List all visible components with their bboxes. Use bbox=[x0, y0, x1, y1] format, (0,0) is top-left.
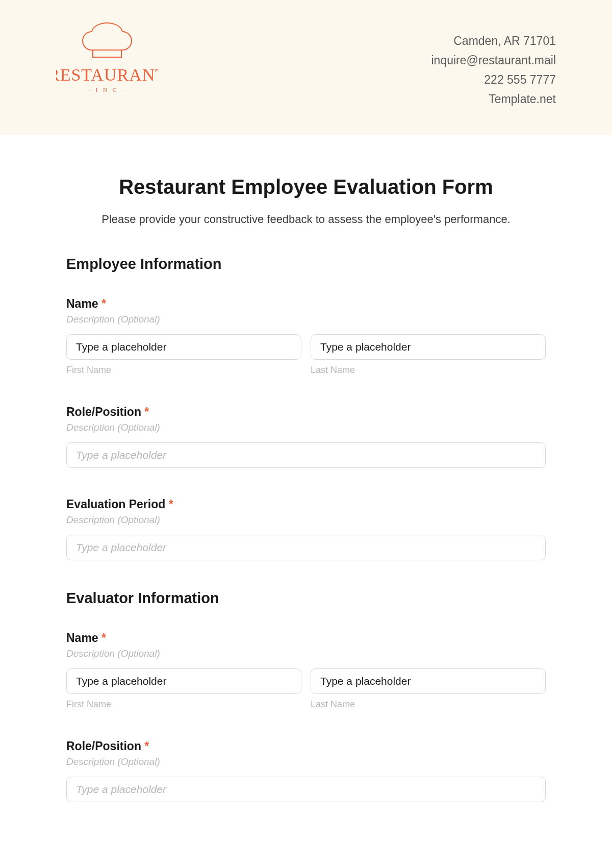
employee-first-name-input[interactable] bbox=[66, 334, 301, 360]
sublabel-first-name: First Name bbox=[66, 699, 301, 710]
evaluator-last-name-input[interactable] bbox=[311, 668, 546, 694]
field-employee-role: Role/Position * Description (Optional) bbox=[66, 405, 546, 468]
field-employee-name: Name * Description (Optional) First Name… bbox=[66, 297, 546, 376]
logo: RESTAURANT · I N C · bbox=[56, 20, 158, 104]
form-main: Restaurant Employee Evaluation Form Plea… bbox=[0, 135, 612, 852]
desc-evaluation-period: Description (Optional) bbox=[66, 514, 546, 526]
field-evaluator-role: Role/Position * Description (Optional) bbox=[66, 739, 546, 802]
required-mark: * bbox=[144, 739, 149, 753]
logo-text-main: RESTAURANT bbox=[56, 65, 158, 84]
sublabel-first-name: First Name bbox=[66, 365, 301, 376]
field-evaluation-period: Evaluation Period * Description (Optiona… bbox=[66, 498, 546, 560]
contact-site: Template.net bbox=[431, 90, 556, 109]
contact-email: inquire@restaurant.mail bbox=[431, 51, 556, 70]
evaluator-role-input[interactable] bbox=[66, 777, 546, 802]
contact-address: Camden, AR 71701 bbox=[431, 32, 556, 51]
required-mark: * bbox=[101, 297, 106, 310]
header-band: RESTAURANT · I N C · Camden, AR 71701 in… bbox=[0, 0, 612, 135]
label-employee-role: Role/Position * bbox=[66, 405, 546, 419]
section-evaluator-heading: Evaluator Information bbox=[66, 590, 546, 607]
contact-info: Camden, AR 71701 inquire@restaurant.mail… bbox=[431, 20, 556, 109]
employee-last-name-input[interactable] bbox=[311, 334, 546, 360]
section-employee-heading: Employee Information bbox=[66, 256, 546, 272]
desc-evaluator-role: Description (Optional) bbox=[66, 756, 546, 767]
label-evaluation-period: Evaluation Period * bbox=[66, 498, 546, 511]
restaurant-logo-icon: RESTAURANT · I N C · bbox=[56, 20, 158, 102]
contact-phone: 222 555 7777 bbox=[431, 70, 556, 90]
desc-evaluator-name: Description (Optional) bbox=[66, 648, 546, 659]
evaluation-period-input[interactable] bbox=[66, 535, 546, 560]
field-evaluator-name: Name * Description (Optional) First Name… bbox=[66, 631, 546, 710]
label-evaluator-name: Name * bbox=[66, 631, 546, 645]
form-title: Restaurant Employee Evaluation Form bbox=[66, 176, 546, 199]
evaluator-first-name-input[interactable] bbox=[66, 668, 301, 694]
sublabel-last-name: Last Name bbox=[311, 699, 546, 710]
required-mark: * bbox=[169, 498, 173, 511]
required-mark: * bbox=[144, 405, 149, 418]
label-employee-name: Name * bbox=[66, 297, 546, 311]
logo-text-sub: · I N C · bbox=[89, 87, 125, 93]
label-evaluator-role: Role/Position * bbox=[66, 739, 546, 753]
form-subtitle: Please provide your constructive feedbac… bbox=[66, 213, 546, 226]
sublabel-last-name: Last Name bbox=[311, 365, 546, 376]
desc-employee-name: Description (Optional) bbox=[66, 314, 546, 325]
employee-role-input[interactable] bbox=[66, 442, 546, 468]
required-mark: * bbox=[101, 631, 106, 644]
desc-employee-role: Description (Optional) bbox=[66, 422, 546, 433]
